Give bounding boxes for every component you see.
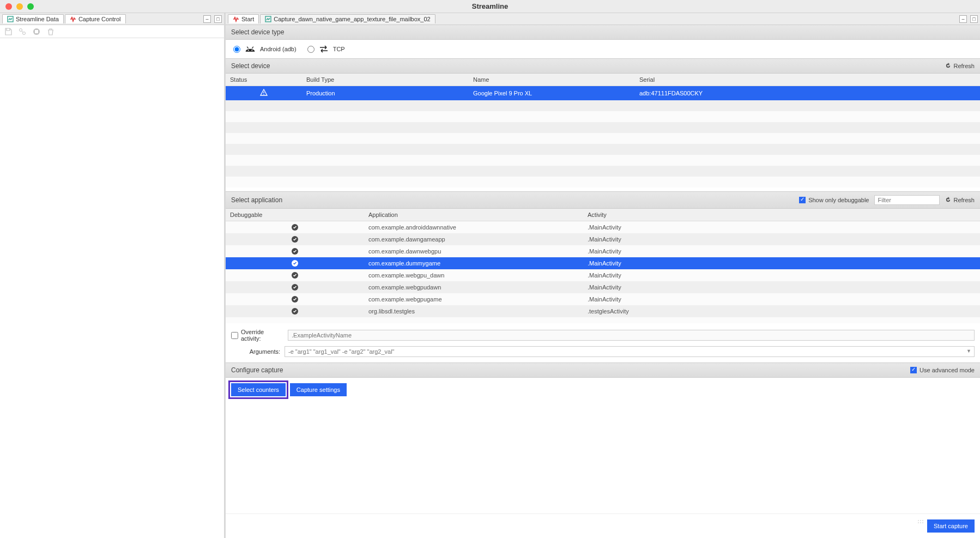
table-row[interactable] xyxy=(226,100,980,111)
show-debuggable-input[interactable] xyxy=(799,197,806,203)
refresh-apps-button[interactable]: Refresh xyxy=(945,197,975,204)
warning-icon xyxy=(260,89,268,96)
col-debuggable[interactable]: Debuggable xyxy=(226,209,364,221)
table-row[interactable]: com.example.dawngameapp.MainActivity xyxy=(226,233,980,245)
close-window-button[interactable] xyxy=(5,3,12,10)
footer: Start capture xyxy=(226,513,980,538)
table-row[interactable]: ProductionGoogle Pixel 9 Pro XLadb:47111… xyxy=(226,86,980,101)
svg-point-17 xyxy=(922,522,923,523)
svg-point-1 xyxy=(20,28,22,31)
arguments-label: Arguments: xyxy=(231,348,280,355)
minimize-pane-button[interactable]: – xyxy=(203,15,211,23)
table-row[interactable]: com.example.webgpugame.MainActivity xyxy=(226,293,980,305)
svg-rect-4 xyxy=(35,30,38,33)
radio-label: TCP xyxy=(333,46,345,52)
check-icon xyxy=(292,296,298,303)
checkbox-label: Show only debuggable xyxy=(808,197,869,203)
table-row[interactable]: com.example.androiddawnnative.MainActivi… xyxy=(226,221,980,234)
left-content-area xyxy=(0,38,224,538)
svg-line-8 xyxy=(247,47,248,49)
chevron-down-icon[interactable]: ▼ xyxy=(966,348,971,354)
save-icon[interactable] xyxy=(3,27,13,37)
connect-icon[interactable] xyxy=(17,27,27,37)
application-form: Override activity: Arguments: ▼ xyxy=(226,323,980,362)
col-serial[interactable]: Serial xyxy=(635,74,980,86)
maximize-pane-button[interactable]: □ xyxy=(970,15,978,23)
stop-icon[interactable] xyxy=(32,27,41,37)
check-icon xyxy=(292,224,298,231)
start-capture-button[interactable]: Start capture xyxy=(927,519,975,533)
show-debuggable-checkbox[interactable]: Show only debuggable xyxy=(799,197,869,203)
section-header-application: Select application Show only debuggable … xyxy=(226,191,980,209)
refresh-icon xyxy=(945,63,951,70)
table-row[interactable]: com.example.dawnwebgpu.MainActivity xyxy=(226,245,980,257)
table-row[interactable]: com.example.webgpudawn.MainActivity xyxy=(226,281,980,293)
trash-icon[interactable] xyxy=(46,27,56,37)
table-row[interactable]: com.example.dummygame.MainActivity xyxy=(226,257,980,269)
activity-icon xyxy=(233,16,239,22)
capture-settings-button[interactable]: Capture settings xyxy=(290,383,347,396)
table-row[interactable]: com.example.webgpu_dawn.MainActivity xyxy=(226,269,980,281)
col-activity[interactable]: Activity xyxy=(583,209,980,221)
check-icon xyxy=(292,248,298,255)
table-row[interactable] xyxy=(226,133,980,144)
device-type-row: Android (adb) TCP xyxy=(226,40,980,58)
col-status[interactable]: Status xyxy=(226,74,302,86)
traffic-lights xyxy=(0,3,34,10)
override-activity-field[interactable] xyxy=(288,330,975,341)
col-application[interactable]: Application xyxy=(364,209,583,221)
svg-point-6 xyxy=(248,50,249,51)
zoom-window-button[interactable] xyxy=(27,3,34,10)
right-tab-bar: Start Capture_dawn_native_game_app_textu… xyxy=(226,13,980,25)
minimize-window-button[interactable] xyxy=(16,3,23,10)
arguments-field[interactable] xyxy=(285,346,975,357)
check-icon xyxy=(292,308,298,315)
tab-capture-file[interactable]: Capture_dawn_native_game_app_texture_fil… xyxy=(260,14,435,23)
override-activity-input[interactable] xyxy=(231,332,238,339)
table-header-row: Debuggable Application Activity xyxy=(226,209,980,221)
svg-point-12 xyxy=(918,520,919,521)
activity-icon xyxy=(70,16,76,22)
col-name[interactable]: Name xyxy=(469,74,635,86)
table-row[interactable] xyxy=(226,111,980,122)
table-row[interactable] xyxy=(226,177,980,188)
table-row[interactable] xyxy=(226,155,980,166)
grip-icon xyxy=(917,519,924,526)
col-build-type[interactable]: Build Type xyxy=(302,74,469,86)
advanced-mode-checkbox[interactable]: Use advanced mode xyxy=(910,367,975,373)
advanced-mode-input[interactable] xyxy=(910,367,917,373)
table-row[interactable] xyxy=(226,144,980,155)
svg-point-15 xyxy=(918,522,919,523)
svg-point-7 xyxy=(251,50,252,51)
tab-capture-control[interactable]: Capture Control xyxy=(65,14,126,23)
radio-tcp[interactable]: TCP xyxy=(307,45,345,53)
radio-android-input[interactable] xyxy=(233,46,240,53)
radio-tcp-input[interactable] xyxy=(307,46,314,53)
section-title: Configure capture xyxy=(231,366,283,374)
refresh-label: Refresh xyxy=(953,197,975,203)
tab-start[interactable]: Start xyxy=(228,14,259,23)
minimize-pane-button[interactable]: – xyxy=(959,15,967,23)
svg-point-11 xyxy=(263,94,264,95)
select-counters-button[interactable]: Select counters xyxy=(231,383,286,396)
right-panel: Start Capture_dawn_native_game_app_textu… xyxy=(226,13,980,538)
svg-point-2 xyxy=(23,32,26,34)
android-icon xyxy=(245,45,256,53)
table-row[interactable]: org.libsdl.testgles.testglesActivity xyxy=(226,305,980,317)
filter-input[interactable] xyxy=(874,195,940,205)
section-header-device: Select device Refresh xyxy=(226,58,980,74)
refresh-label: Refresh xyxy=(953,63,975,69)
override-activity-checkbox[interactable]: Override activity: xyxy=(231,329,283,342)
device-table: Status Build Type Name Serial Production… xyxy=(226,74,980,188)
table-row[interactable] xyxy=(226,122,980,133)
title-bar: Streamline xyxy=(0,0,980,13)
refresh-devices-button[interactable]: Refresh xyxy=(945,63,975,70)
radio-android[interactable]: Android (adb) xyxy=(233,45,297,53)
tab-streamline-data[interactable]: Streamline Data xyxy=(2,14,64,23)
svg-point-16 xyxy=(920,522,921,523)
check-icon xyxy=(292,272,298,279)
check-icon xyxy=(292,284,298,291)
checkbox-label: Use advanced mode xyxy=(919,367,975,373)
maximize-pane-button[interactable]: □ xyxy=(214,15,222,23)
table-row[interactable] xyxy=(226,166,980,177)
